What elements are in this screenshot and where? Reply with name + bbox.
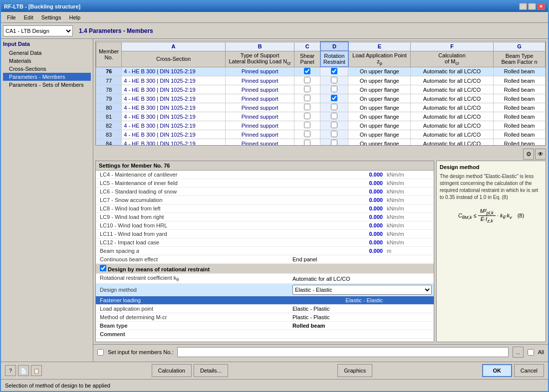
members-text-input[interactable] [177, 347, 508, 357]
sidebar-item-materials[interactable]: Materials [3, 57, 91, 65]
settings-row: Beam typeRolled beam [96, 322, 434, 330]
details-button[interactable]: Details... [194, 364, 228, 377]
rotation-checkbox[interactable] [331, 140, 337, 146]
rotation-checkbox[interactable] [331, 122, 337, 128]
calculation-button[interactable]: Calculation [152, 364, 192, 377]
view-icon-btn[interactable]: 👁 [535, 149, 546, 160]
sidebar-item-general[interactable]: General Data [3, 49, 91, 57]
minimize-button[interactable]: – [519, 3, 527, 10]
sidebar-item-cross-sections[interactable]: Cross-Sections [3, 65, 91, 73]
col-subheader-cross: Cross-Section [122, 51, 226, 67]
col-subheader-beam: Beam TypeBeam Factor n [494, 51, 546, 67]
menu-settings[interactable]: Settings [37, 13, 65, 21]
ok-button[interactable]: OK [482, 364, 512, 377]
window-title: RF-LTB - [Buckling structure] [4, 3, 80, 9]
shear-checkbox[interactable] [304, 131, 310, 137]
shear-checkbox[interactable] [304, 122, 310, 128]
graphics-button[interactable]: Graphics [337, 364, 372, 377]
rotation-checkbox[interactable] [331, 77, 337, 83]
rotation-checkbox[interactable] [331, 95, 337, 101]
settings-row: LC5 - Maintenance of inner field 0.000 k… [96, 179, 434, 188]
shear-checkbox[interactable] [304, 113, 310, 119]
settings-row: LC8 - Wind load from left 0.000 kNm/m [96, 204, 434, 213]
section-checkbox[interactable] [100, 265, 106, 271]
settings-row: LC9 - Wind load from right 0.000 kNm/m [96, 213, 434, 221]
settings-row: LC7 - Snow accumulation 0.000 kNm/m [96, 196, 434, 204]
settings-row: LC10 - Wind load from HRL 0.000 kNm/m [96, 221, 434, 230]
settings-row: Design by means of rotational restraint [96, 264, 434, 274]
settings-header: Settings for Member No. 76 [96, 161, 434, 171]
members-select-icon[interactable]: … [513, 347, 524, 358]
col-header-member-no: MemberNo. [96, 42, 122, 67]
cancel-button[interactable]: Cancel [514, 364, 544, 377]
settings-row: LC4 - Maintenance of cantilever 0.000 kN… [96, 171, 434, 179]
rotation-checkbox[interactable] [331, 113, 337, 119]
design-method-description: The design method "Elastic-Elastic" is l… [440, 173, 543, 201]
all-label: All [538, 349, 544, 355]
design-method-select[interactable]: Elastic - ElasticElastic - PlasticPlasti… [292, 285, 432, 295]
design-dropdown[interactable]: CA1 - LTB Design [3, 25, 73, 36]
table-row[interactable]: 76 4 - HE B 300 | DIN 1025-2:19 Pinned s… [96, 67, 546, 76]
status-text: Selection of method of design to be appl… [5, 383, 110, 389]
sidebar-item-parameters-sets[interactable]: Parameters - Sets of Members [3, 81, 91, 89]
menu-help[interactable]: Help [65, 13, 84, 21]
col-subheader-shear: ShearPanel [294, 51, 320, 67]
col-header-g: G [494, 42, 546, 51]
all-checkbox[interactable] [528, 349, 534, 356]
close-button[interactable]: ✕ [537, 3, 545, 10]
help-icon-btn[interactable]: ? [5, 365, 16, 376]
table-row[interactable]: 84 4 - HE B 300 | DIN 1025-2:19 Pinned s… [96, 139, 546, 146]
table-row[interactable]: 81 4 - HE B 300 | DIN 1025-2:19 Pinned s… [96, 112, 546, 121]
menu-file[interactable]: File [3, 13, 20, 21]
formula-box: CθM,k ≤ M²pl,k E·Iz,k · kθ·kv (8) [440, 205, 543, 228]
col-header-f: F [411, 42, 494, 51]
settings-row: LC12 - Impact load case 0.000 kNm/m [96, 238, 434, 247]
menu-bar: File Edit Settings Help [1, 12, 548, 23]
maximize-button[interactable]: □ [528, 3, 536, 10]
copy-icon-btn[interactable]: 📋 [31, 365, 42, 376]
settings-icon-btn[interactable]: ⚙ [523, 149, 534, 160]
table-body: 76 4 - HE B 300 | DIN 1025-2:19 Pinned s… [96, 67, 546, 146]
shear-checkbox[interactable] [304, 77, 310, 83]
col-header-d: D [320, 42, 348, 51]
toolbar: CA1 - LTB Design 1.4 Parameters - Member… [1, 23, 548, 39]
shear-checkbox[interactable] [304, 86, 310, 92]
rotation-checkbox[interactable] [331, 68, 337, 74]
content-area: MemberNo. A B C D E F G Cross-Section Ty… [93, 39, 548, 362]
shear-checkbox[interactable] [304, 104, 310, 110]
members-input-row: Set input for members No.: … All [97, 347, 544, 358]
col-subheader-support: Type of SupportLateral Buckling Load Ncr [225, 51, 294, 67]
col-subheader-load: Load Application Pointzp [348, 51, 411, 67]
shear-checkbox[interactable] [304, 68, 310, 74]
shear-checkbox[interactable] [304, 140, 310, 146]
col-header-b: B [225, 42, 294, 51]
title-bar-buttons: – □ ✕ [519, 3, 545, 10]
settings-row: Fastener loadingElastic - Elastic [96, 296, 434, 305]
table-row[interactable]: 82 4 - HE B 300 | DIN 1025-2:19 Pinned s… [96, 121, 546, 130]
sidebar-item-parameters-members[interactable]: Parameters - Members [3, 73, 91, 81]
design-method-panel: Design method The design method "Elastic… [436, 161, 546, 342]
table-row[interactable]: 79 4 - HE B 300 | DIN 1025-2:19 Pinned s… [96, 94, 546, 103]
rotation-checkbox[interactable] [331, 131, 337, 137]
table-container[interactable]: MemberNo. A B C D E F G Cross-Section Ty… [95, 41, 546, 146]
print-icon-btn[interactable]: 📄 [18, 365, 29, 376]
table-row[interactable]: 83 4 - HE B 300 | DIN 1025-2:19 Pinned s… [96, 130, 546, 139]
sidebar: Input Data General Data Materials Cross-… [1, 39, 93, 362]
menu-edit[interactable]: Edit [20, 13, 37, 21]
table-row[interactable]: 77 4 - HE B 300 | DIN 1025-2:19 Pinned s… [96, 76, 546, 85]
window: RF-LTB - [Buckling structure] – □ ✕ File… [0, 0, 549, 392]
rotation-checkbox[interactable] [331, 86, 337, 92]
shear-checkbox[interactable] [304, 95, 310, 101]
settings-table: LC4 - Maintenance of cantilever 0.000 kN… [96, 171, 434, 339]
set-members-checkbox[interactable] [97, 349, 104, 356]
sidebar-header: Input Data [3, 41, 91, 47]
rotation-checkbox[interactable] [331, 104, 337, 110]
settings-row: Rotational restraint coefficient kθAutom… [96, 274, 434, 284]
settings-panel: Settings for Member No. 76 LC4 - Mainten… [95, 161, 546, 342]
col-header-e: E [348, 42, 411, 51]
main-container: Input Data General Data Materials Cross-… [1, 39, 548, 362]
design-method-title: Design method [440, 164, 543, 170]
table-row[interactable]: 80 4 - HE B 300 | DIN 1025-2:19 Pinned s… [96, 103, 546, 112]
table-row[interactable]: 78 4 - HE B 300 | DIN 1025-2:19 Pinned s… [96, 85, 546, 94]
settings-row: LC6 - Standard loading of snow 0.000 kNm… [96, 188, 434, 196]
